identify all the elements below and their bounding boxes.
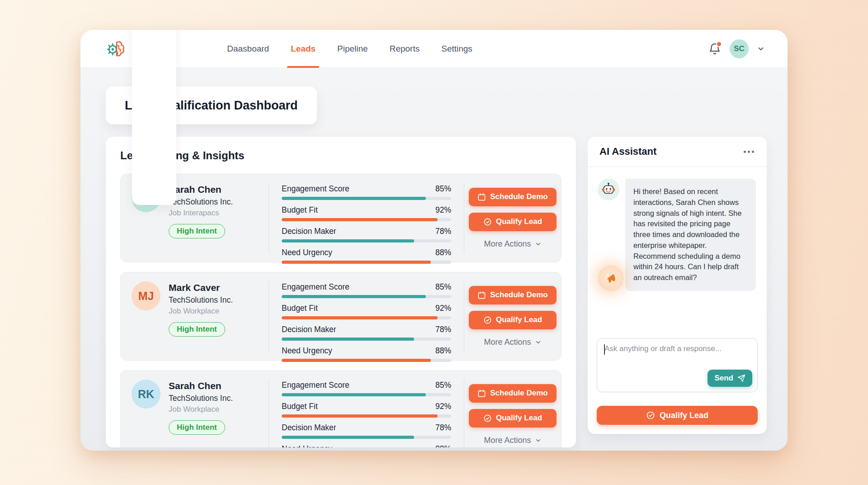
check-circle-icon: [483, 218, 492, 226]
metric-row: Engagement Score85%: [282, 282, 451, 298]
lead-company: TechSolutions Inc.: [169, 197, 233, 207]
check-circle-icon: [483, 414, 492, 423]
nav-settings[interactable]: Settings: [441, 30, 472, 68]
progress-track: [282, 359, 451, 362]
ai-qualify-lead-button[interactable]: Qualify Lead: [597, 406, 758, 425]
gear-brain-icon: [106, 38, 127, 59]
metric-row: Need Urgency88%: [282, 346, 451, 362]
more-actions-button[interactable]: More Actions: [484, 338, 541, 347]
paper-plane-icon: [737, 374, 745, 382]
lead-avatar: RK: [132, 380, 160, 409]
chevron-down-icon: [535, 339, 542, 346]
nav-reports[interactable]: Reports: [390, 30, 420, 68]
progress-fill: [282, 359, 431, 362]
ai-message-bubble: Hi there! Based on recent interactions, …: [625, 179, 756, 291]
lead-role: Job Workplace: [169, 405, 233, 414]
app-window: QualifyAI Daasboard Leads Pipeline Repor…: [80, 30, 788, 451]
chevron-down-icon: [535, 241, 542, 247]
schedule-demo-button[interactable]: Schedule Demo: [469, 384, 557, 403]
ai-input-container: Send: [597, 338, 758, 392]
lead-company: TechSolutions Inc.: [169, 295, 233, 305]
metric-row: Decision Maker78%: [282, 423, 451, 439]
nav-pipeline[interactable]: Pipeline: [337, 30, 368, 68]
schedule-demo-button[interactable]: Schedule Demo: [469, 286, 557, 304]
lead-card: MJ Mark Caver TechSolutions Inc. Job Wor…: [120, 272, 561, 361]
intent-badge: High Intent: [169, 224, 225, 238]
progress-fill: [282, 393, 426, 396]
nav-leads[interactable]: Leads: [291, 30, 316, 68]
lead-card: SC Sarah Chen TechSolutions Inc. Job Int…: [120, 174, 561, 262]
progress-fill: [282, 218, 438, 221]
metric-row: Engagement Score85%: [282, 184, 451, 200]
check-circle-icon: [483, 316, 492, 324]
user-avatar[interactable]: SC: [730, 39, 749, 58]
more-actions-button[interactable]: More Actions: [484, 436, 541, 445]
progress-fill: [282, 338, 414, 341]
notification-dot: [716, 41, 722, 47]
calendar-icon: [477, 389, 486, 398]
ai-assistant-panel: AI Assistant: [588, 137, 767, 434]
megaphone-icon: [598, 265, 624, 291]
qualify-lead-button[interactable]: Qualify Lead: [469, 213, 557, 231]
progress-track: [282, 218, 451, 221]
progress-track: [282, 338, 451, 341]
chevron-down-icon[interactable]: [757, 45, 765, 53]
lead-card: RK Sarah Chen TechSolutions Inc. Job Wor…: [120, 370, 561, 447]
lead-name: Sarah Chen: [169, 183, 233, 195]
progress-track: [282, 197, 451, 200]
progress-track: [282, 261, 451, 264]
progress-track: [282, 436, 451, 439]
metric-row: Need Urgency88%: [282, 248, 451, 264]
progress-fill: [282, 239, 414, 242]
lead-avatar: MJ: [132, 281, 160, 310]
progress-fill: [282, 261, 431, 264]
qualify-lead-button[interactable]: Qualify Lead: [469, 409, 557, 428]
schedule-demo-button[interactable]: Schedule Demo: [469, 188, 557, 206]
ai-assistant-title: AI Assistant: [599, 146, 656, 157]
lead-company: TechSolutions Inc.: [169, 394, 233, 403]
progress-track: [282, 239, 451, 242]
progress-fill: [282, 316, 438, 319]
top-header: QualifyAI Daasboard Leads Pipeline Repor…: [80, 30, 788, 68]
metric-row: Decision Maker78%: [282, 227, 451, 242]
calendar-icon: [477, 193, 486, 201]
intent-badge: High Intent: [169, 322, 225, 337]
metric-row: Budget Fit92%: [282, 402, 451, 418]
calendar-icon: [477, 291, 486, 300]
chevron-down-icon: [535, 437, 542, 444]
lead-role: Job Workplace: [169, 307, 233, 316]
nav-daasboard[interactable]: Daasboard: [227, 30, 269, 68]
lead-name: Mark Caver: [169, 281, 233, 293]
progress-track: [282, 295, 451, 298]
content-area: Lead Qualification Dashboard Lead Scorin…: [80, 68, 788, 451]
robot-icon: [598, 179, 619, 200]
notifications-button[interactable]: [708, 42, 722, 56]
main-nav: Daasboard Leads Pipeline Reports Setting…: [227, 30, 472, 68]
check-circle-icon: [646, 411, 655, 420]
progress-track: [282, 316, 451, 319]
progress-fill: [282, 295, 426, 298]
metric-row: Need Urgency88%: [282, 444, 451, 447]
progress-track: [282, 393, 451, 396]
progress-fill: [282, 436, 414, 439]
panel-title: Lead Scoring & Insights: [120, 149, 561, 162]
intent-badge: High Intent: [169, 420, 225, 435]
lead-role: Job Interapacs: [169, 209, 233, 218]
brand-name: QualifyAI: [132, 30, 176, 205]
more-actions-button[interactable]: More Actions: [484, 239, 541, 249]
text-cursor: [604, 344, 605, 355]
metric-row: Budget Fit92%: [282, 304, 451, 319]
progress-fill: [282, 197, 426, 200]
metric-row: Decision Maker78%: [282, 325, 451, 341]
lead-name: Sarah Chen: [169, 380, 233, 391]
metric-row: Engagement Score85%: [282, 380, 451, 396]
ellipsis-icon[interactable]: [743, 148, 755, 156]
metric-row: Budget Fit92%: [282, 205, 451, 221]
progress-fill: [282, 414, 438, 418]
qualify-lead-button[interactable]: Qualify Lead: [469, 311, 557, 329]
progress-track: [282, 414, 451, 418]
send-button[interactable]: Send: [708, 370, 752, 387]
